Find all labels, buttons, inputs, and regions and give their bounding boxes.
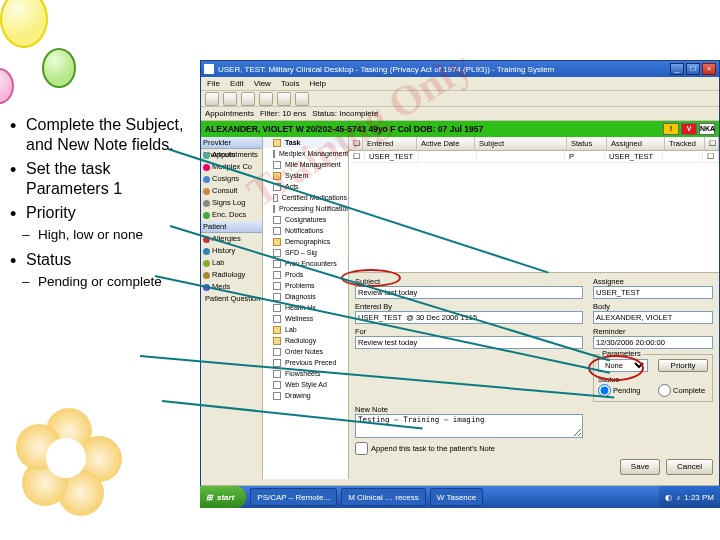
close-button[interactable]: × [702, 63, 716, 75]
status-pending-radio[interactable] [598, 384, 611, 397]
subject-input[interactable] [355, 286, 583, 299]
bullet-status-sub: Pending or complete [8, 274, 192, 291]
tree-item[interactable]: Order Notes [263, 346, 348, 357]
maximize-button[interactable]: □ [686, 63, 700, 75]
bullet-status: Status [8, 250, 192, 270]
tree-item[interactable]: Wellness [263, 313, 348, 324]
alert-badge[interactable]: ! [663, 123, 679, 135]
tree-item[interactable]: Drawing [263, 390, 348, 401]
taskbar-item[interactable]: PS/CAP – Remote... [250, 488, 337, 506]
tree-item[interactable]: Lab [263, 324, 348, 335]
status-complete-option[interactable]: Complete [658, 384, 708, 397]
task-list-empty [349, 163, 719, 273]
toolbar-button[interactable] [241, 92, 255, 106]
instruction-panel: Complete the Subject, and New Note field… [0, 0, 200, 540]
tree-item[interactable]: Previous Preced [263, 357, 348, 368]
append-checkbox[interactable] [355, 442, 368, 455]
menu-view[interactable]: View [254, 79, 271, 88]
sidebar-item[interactable]: Signs Log [201, 197, 262, 209]
col-checkbox[interactable]: ☐ [349, 137, 363, 150]
tree-item[interactable]: Prev Encounters [263, 258, 348, 269]
toolbar-button[interactable] [277, 92, 291, 106]
tree-item[interactable]: Prods [263, 269, 348, 280]
sidebar-item[interactable]: Radiology [201, 269, 262, 281]
body-input[interactable] [593, 311, 713, 324]
system-tray[interactable]: ◐ ♪ 1:23 PM [659, 486, 720, 508]
sidebar-item[interactable]: Patient Question [201, 293, 262, 305]
tree-item[interactable]: Health Hx [263, 302, 348, 313]
col-entered[interactable]: Entered [363, 137, 417, 150]
tree-item[interactable]: Diagnosis [263, 291, 348, 302]
task-row[interactable]: ☐ USER_TEST P USER_TEST ☐ [349, 151, 719, 163]
subject-label: Subject [355, 277, 583, 286]
task-form: Subject Assignee Entered By [349, 273, 719, 479]
sidebar-item[interactable]: Consult [201, 185, 262, 197]
toolbar-button[interactable] [223, 92, 237, 106]
taskbar-item[interactable]: W Tasence [430, 488, 483, 506]
sidebar-item[interactable]: Meds [201, 281, 262, 293]
start-button[interactable]: ⊞ start [200, 486, 246, 508]
tree-item[interactable]: Acts [263, 181, 348, 192]
sidebar-item[interactable]: Allergies [201, 233, 262, 245]
col-assigned[interactable]: Assigned [607, 137, 665, 150]
status-pending-option[interactable]: Pending [598, 384, 648, 397]
priority-select[interactable]: None [598, 359, 648, 372]
col-active[interactable]: Active Date [417, 137, 475, 150]
tree-item[interactable]: Medplex Management [263, 148, 348, 159]
menu-edit[interactable]: Edit [230, 79, 244, 88]
tree-item[interactable]: SFD – Sig [263, 247, 348, 258]
sidebar-item[interactable]: Enc. Docs [201, 209, 262, 221]
tree-item[interactable]: Processing Notifications [263, 203, 348, 214]
infobar: Appointments Filter: 10 ens Status: Inco… [201, 107, 719, 121]
tree-item[interactable]: Certified Medications [263, 192, 348, 203]
tree-item[interactable]: Cosignatures [263, 214, 348, 225]
tree-item[interactable]: Task [263, 137, 348, 148]
status-label: Status [598, 375, 708, 384]
body-label: Body [593, 302, 713, 311]
menu-tools[interactable]: Tools [281, 79, 300, 88]
tree-item[interactable]: Radiology [263, 335, 348, 346]
window-title: USER, TEST: Military Clinical Desktop - … [218, 65, 670, 74]
menu-help[interactable]: Help [310, 79, 326, 88]
sidebar-item[interactable]: History [201, 245, 262, 257]
tree-item[interactable]: System [263, 170, 348, 181]
menubar: File Edit View Tools Help [201, 77, 719, 91]
infobar-appointments: Appointments [205, 109, 254, 118]
toolbar [201, 91, 719, 107]
append-option[interactable]: Append this task to the patient's Note [355, 442, 583, 455]
for-label: For [355, 327, 583, 336]
cancel-button[interactable]: Cancel [666, 459, 713, 475]
sidebar-item[interactable]: Lab [201, 257, 262, 269]
nka-badge[interactable]: NKA [699, 123, 715, 135]
col-status[interactable]: Status [567, 137, 607, 150]
toolbar-button[interactable] [295, 92, 309, 106]
newnote-label: New Note [355, 405, 583, 414]
sidebar-header-patient: Patient [201, 221, 262, 233]
tree-item[interactable]: Web Style Ad [263, 379, 348, 390]
for-input[interactable] [355, 336, 583, 349]
menu-file[interactable]: File [207, 79, 220, 88]
col-subject[interactable]: Subject [475, 137, 567, 150]
sidebar-item[interactable]: Medplex Co [201, 161, 262, 173]
assignee-input[interactable] [593, 286, 713, 299]
v-badge[interactable]: V [681, 123, 697, 135]
tree-item[interactable]: Demographics [263, 236, 348, 247]
status-complete-radio[interactable] [658, 384, 671, 397]
toolbar-button[interactable] [205, 92, 219, 106]
tree-item[interactable]: Flowsheets [263, 368, 348, 379]
reminder-input[interactable] [593, 336, 713, 349]
tray-icon[interactable]: ◐ [665, 493, 672, 502]
save-button[interactable]: Save [620, 459, 660, 475]
entered-label: Entered By [355, 302, 583, 311]
toolbar-button[interactable] [259, 92, 273, 106]
priority-button[interactable]: Priority [658, 359, 708, 372]
tree-item[interactable]: Problems [263, 280, 348, 291]
sidebar-item[interactable]: Cosigns [201, 173, 262, 185]
taskbar-item[interactable]: M Clinical … recess [341, 488, 426, 506]
newnote-input[interactable] [355, 414, 583, 438]
minimize-button[interactable]: _ [670, 63, 684, 75]
tree-item[interactable]: Mile Management [263, 159, 348, 170]
col-tracked[interactable]: Tracked [665, 137, 705, 150]
tray-icon[interactable]: ♪ [676, 493, 680, 502]
tree-item[interactable]: Notifications [263, 225, 348, 236]
